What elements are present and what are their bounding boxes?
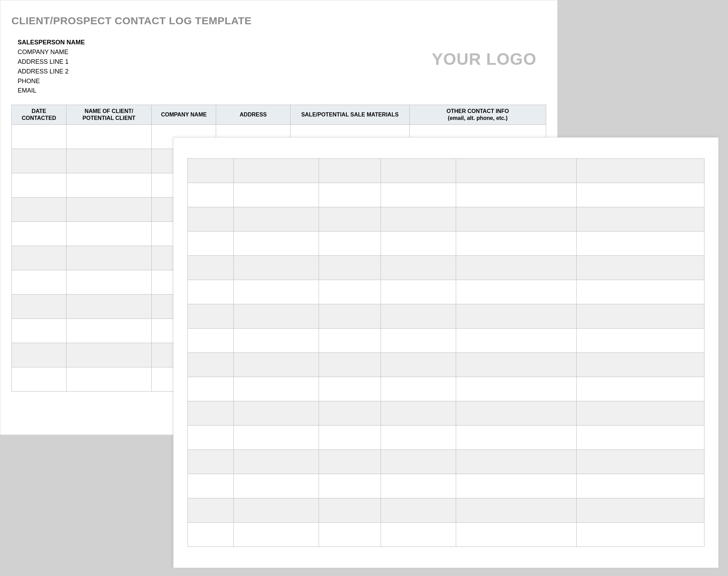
col-other-contact-line2: (email, alt. phone, etc.) xyxy=(448,115,507,121)
table-row xyxy=(188,523,704,547)
table-row xyxy=(188,498,704,523)
table-row xyxy=(188,329,704,353)
table-row xyxy=(188,353,704,377)
table-row xyxy=(188,426,704,450)
company-name-line: COMPANY NAME xyxy=(18,47,85,57)
contact-log-table-continued xyxy=(187,158,704,547)
page-2 xyxy=(173,137,719,568)
header-row: SALESPERSON NAME COMPANY NAME ADDRESS LI… xyxy=(11,38,546,96)
document-title: CLIENT/PROSPECT CONTACT LOG TEMPLATE xyxy=(11,15,546,27)
table-row xyxy=(188,183,704,207)
table-row xyxy=(188,207,704,232)
email-line: EMAIL xyxy=(18,86,85,96)
table-row xyxy=(188,280,704,304)
table-row xyxy=(188,304,704,329)
phone-line: PHONE xyxy=(18,77,85,86)
col-other-contact: OTHER CONTACT INFO (email, alt. phone, e… xyxy=(409,105,546,125)
table-row xyxy=(188,159,704,183)
table-header-row: DATE CONTACTED NAME OF CLIENT/ POTENTIAL… xyxy=(12,105,546,125)
salesperson-info-block: SALESPERSON NAME COMPANY NAME ADDRESS LI… xyxy=(11,38,85,96)
table-row xyxy=(188,401,704,426)
table-row xyxy=(188,256,704,280)
address-line-2: ADDRESS LINE 2 xyxy=(18,67,85,77)
table-row xyxy=(188,450,704,474)
table-body-page2 xyxy=(188,159,704,547)
table-row xyxy=(188,474,704,498)
logo-placeholder: YOUR LOGO xyxy=(432,38,546,69)
col-other-contact-line1: OTHER CONTACT INFO xyxy=(446,108,509,114)
salesperson-name-label: SALESPERSON NAME xyxy=(18,38,85,47)
table-row xyxy=(188,232,704,256)
col-sale-materials: SALE/POTENTIAL SALE MATERIALS xyxy=(290,105,409,125)
col-company-name: COMPANY NAME xyxy=(152,105,216,125)
table-row xyxy=(188,377,704,401)
col-client-name: NAME OF CLIENT/ POTENTIAL CLIENT xyxy=(66,105,152,125)
col-address: ADDRESS xyxy=(216,105,290,125)
address-line-1: ADDRESS LINE 1 xyxy=(18,57,85,67)
col-date-contacted: DATE CONTACTED xyxy=(12,105,66,125)
